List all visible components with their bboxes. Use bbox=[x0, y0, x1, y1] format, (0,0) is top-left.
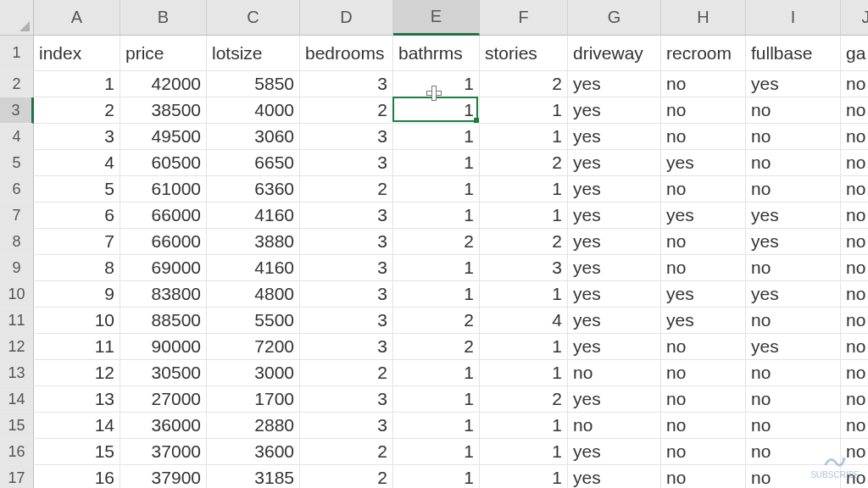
cell-J9[interactable]: no bbox=[841, 255, 868, 281]
col-header-H[interactable]: H bbox=[661, 0, 746, 36]
row-header-12[interactable]: 12 bbox=[0, 334, 34, 360]
cell-F10[interactable]: 1 bbox=[480, 281, 568, 308]
cell-D16[interactable]: 2 bbox=[300, 439, 393, 465]
cell-C4[interactable]: 3060 bbox=[207, 124, 300, 150]
cell-E7[interactable]: 1 bbox=[393, 202, 480, 229]
cell-A14[interactable]: 13 bbox=[34, 386, 120, 413]
cell-E10[interactable]: 1 bbox=[393, 281, 480, 308]
cell-E2[interactable]: 1 bbox=[393, 71, 480, 97]
cell-D6[interactable]: 2 bbox=[300, 176, 393, 202]
cell-D3[interactable]: 2 bbox=[300, 97, 393, 124]
cell-B8[interactable]: 66000 bbox=[120, 229, 207, 255]
cell-J12[interactable]: no bbox=[841, 334, 868, 360]
cell-C10[interactable]: 4800 bbox=[207, 281, 300, 308]
row-header-13[interactable]: 13 bbox=[0, 360, 34, 386]
row-header-9[interactable]: 9 bbox=[0, 255, 34, 281]
cell-A5[interactable]: 4 bbox=[34, 150, 120, 176]
cell-A15[interactable]: 14 bbox=[34, 413, 120, 439]
cell-A11[interactable]: 10 bbox=[34, 308, 120, 334]
cell-J6[interactable]: no bbox=[841, 176, 868, 202]
cell-G10[interactable]: yes bbox=[568, 281, 661, 308]
col-header-B[interactable]: B bbox=[120, 0, 207, 36]
cell-E13[interactable]: 1 bbox=[393, 360, 480, 386]
cell-E15[interactable]: 1 bbox=[393, 413, 480, 439]
cell-F16[interactable]: 1 bbox=[480, 439, 568, 465]
row-header-7[interactable]: 7 bbox=[0, 202, 34, 229]
cell-B12[interactable]: 90000 bbox=[120, 334, 207, 360]
header-cell-price[interactable]: price bbox=[120, 36, 207, 71]
cell-A6[interactable]: 5 bbox=[34, 176, 120, 202]
cell-B13[interactable]: 30500 bbox=[120, 360, 207, 386]
cell-J14[interactable]: no bbox=[841, 386, 868, 413]
cell-F3[interactable]: 1 bbox=[480, 97, 568, 124]
cell-G16[interactable]: yes bbox=[568, 439, 661, 465]
cell-H9[interactable]: no bbox=[661, 255, 746, 281]
col-header-C[interactable]: C bbox=[207, 0, 300, 36]
row-headers[interactable]: 1234567891011121314151617 bbox=[0, 36, 34, 488]
cell-F12[interactable]: 1 bbox=[480, 334, 568, 360]
cell-I4[interactable]: no bbox=[746, 124, 841, 150]
cell-F13[interactable]: 1 bbox=[480, 360, 568, 386]
cell-J5[interactable]: no bbox=[841, 150, 868, 176]
row-header-3[interactable]: 3 bbox=[0, 97, 34, 124]
select-all-button[interactable] bbox=[0, 0, 34, 36]
cell-I14[interactable]: no bbox=[746, 386, 841, 413]
cell-C8[interactable]: 3880 bbox=[207, 229, 300, 255]
cell-C13[interactable]: 3000 bbox=[207, 360, 300, 386]
cell-A7[interactable]: 6 bbox=[34, 202, 120, 229]
cell-I2[interactable]: yes bbox=[746, 71, 841, 97]
cell-H10[interactable]: yes bbox=[661, 281, 746, 308]
cell-H11[interactable]: yes bbox=[661, 308, 746, 334]
cell-D8[interactable]: 3 bbox=[300, 229, 393, 255]
row-header-6[interactable]: 6 bbox=[0, 176, 34, 202]
cell-F2[interactable]: 2 bbox=[480, 71, 568, 97]
cell-H6[interactable]: no bbox=[661, 176, 746, 202]
cell-E9[interactable]: 1 bbox=[393, 255, 480, 281]
cell-A16[interactable]: 15 bbox=[34, 439, 120, 465]
cell-I8[interactable]: yes bbox=[746, 229, 841, 255]
cell-B7[interactable]: 66000 bbox=[120, 202, 207, 229]
cell-F9[interactable]: 3 bbox=[480, 255, 568, 281]
cell-G6[interactable]: yes bbox=[568, 176, 661, 202]
cell-D2[interactable]: 3 bbox=[300, 71, 393, 97]
cell-D15[interactable]: 3 bbox=[300, 413, 393, 439]
cell-E11[interactable]: 2 bbox=[393, 308, 480, 334]
cell-F15[interactable]: 1 bbox=[480, 413, 568, 439]
header-cell-bathrms[interactable]: bathrms bbox=[393, 36, 480, 71]
cell-G8[interactable]: yes bbox=[568, 229, 661, 255]
row-header-14[interactable]: 14 bbox=[0, 386, 34, 413]
row-header-4[interactable]: 4 bbox=[0, 124, 34, 150]
cell-J11[interactable]: no bbox=[841, 308, 868, 334]
cell-D13[interactable]: 2 bbox=[300, 360, 393, 386]
cell-E5[interactable]: 1 bbox=[393, 150, 480, 176]
cell-I10[interactable]: yes bbox=[746, 281, 841, 308]
cell-J13[interactable]: no bbox=[841, 360, 868, 386]
cell-D4[interactable]: 3 bbox=[300, 124, 393, 150]
cell-G12[interactable]: yes bbox=[568, 334, 661, 360]
cell-F6[interactable]: 1 bbox=[480, 176, 568, 202]
cell-E4[interactable]: 1 bbox=[393, 124, 480, 150]
row-header-2[interactable]: 2 bbox=[0, 71, 34, 97]
cell-G7[interactable]: yes bbox=[568, 202, 661, 229]
header-cell-driveway[interactable]: driveway bbox=[568, 36, 661, 71]
cell-F5[interactable]: 2 bbox=[480, 150, 568, 176]
cell-I3[interactable]: no bbox=[746, 97, 841, 124]
cell-I7[interactable]: yes bbox=[746, 202, 841, 229]
cell-D14[interactable]: 3 bbox=[300, 386, 393, 413]
cell-A4[interactable]: 3 bbox=[34, 124, 120, 150]
cell-B15[interactable]: 36000 bbox=[120, 413, 207, 439]
cell-A3[interactable]: 2 bbox=[34, 97, 120, 124]
cell-J10[interactable]: no bbox=[841, 281, 868, 308]
cell-H5[interactable]: yes bbox=[661, 150, 746, 176]
cell-A17[interactable]: 16 bbox=[34, 465, 120, 488]
cell-B16[interactable]: 37000 bbox=[120, 439, 207, 465]
cell-H2[interactable]: no bbox=[661, 71, 746, 97]
col-header-E[interactable]: E bbox=[393, 0, 480, 36]
col-header-G[interactable]: G bbox=[568, 0, 661, 36]
cell-C5[interactable]: 6650 bbox=[207, 150, 300, 176]
cell-D12[interactable]: 3 bbox=[300, 334, 393, 360]
cell-H4[interactable]: no bbox=[661, 124, 746, 150]
cell-G13[interactable]: no bbox=[568, 360, 661, 386]
cell-J2[interactable]: no bbox=[841, 71, 868, 97]
cell-D7[interactable]: 3 bbox=[300, 202, 393, 229]
